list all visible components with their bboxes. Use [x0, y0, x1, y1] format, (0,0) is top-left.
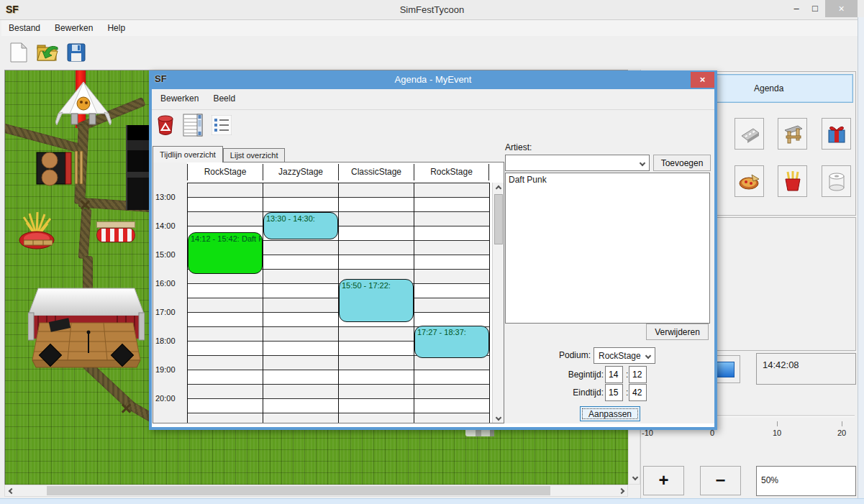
zoom-in-button[interactable]: +: [643, 466, 684, 495]
artist-combobox[interactable]: [505, 155, 650, 171]
new-file-icon: [9, 42, 28, 63]
artist-list-item[interactable]: Daft Punk: [506, 173, 709, 186]
time-label: 14:00: [155, 221, 176, 230]
slider-label: 20: [831, 429, 852, 437]
chevron-down-icon: [640, 160, 645, 166]
item-button-fries[interactable]: [778, 165, 807, 197]
column-header: RockStage: [414, 164, 489, 180]
scroll-down-icon[interactable]: [493, 412, 504, 423]
fries-icon: [783, 170, 802, 192]
menu-item-bewerken[interactable]: Bewerken: [47, 21, 100, 35]
grid-scrollbar[interactable]: [492, 183, 504, 423]
item-button-road[interactable]: [735, 118, 764, 150]
chevron-down-icon: [645, 353, 651, 359]
time-label: 20:00: [155, 394, 176, 403]
apply-button[interactable]: Aanpassen: [580, 406, 640, 421]
item-button-gift[interactable]: [822, 118, 851, 150]
scroll-right-icon[interactable]: [615, 485, 627, 496]
maximize-button[interactable]: □: [807, 3, 823, 14]
scroll-thumb[interactable]: [494, 194, 503, 244]
tent-icon[interactable]: [55, 81, 112, 127]
delete-event-button[interactable]: [154, 114, 177, 137]
main-stage-icon[interactable]: [28, 287, 145, 369]
add-artist-button[interactable]: Toevoegen: [653, 155, 711, 171]
scroll-down-icon[interactable]: [629, 472, 641, 482]
grid-header-row: RockStageJazzyStageClassicStageRockStage: [187, 164, 489, 180]
begin-minute-input[interactable]: [629, 366, 647, 383]
window-bottom-edge: [0, 498, 864, 504]
time-label: 18:00: [155, 336, 176, 345]
time-label: 15:00: [155, 250, 176, 259]
podium-label: Podium:: [529, 350, 591, 360]
toilet-paper-icon: [827, 170, 847, 192]
end-hour-input[interactable]: [605, 384, 623, 401]
slider-label: 10: [766, 429, 788, 437]
time-colon: :: [626, 388, 628, 398]
slider-tick: [842, 421, 842, 426]
bench-icon[interactable]: [75, 151, 83, 184]
scroll-left-icon[interactable]: [5, 485, 17, 496]
dialog-close-button[interactable]: ×: [691, 72, 714, 88]
podium-select[interactable]: RockStage: [594, 347, 655, 364]
dialog-titlebar[interactable]: SF Agenda - MyEvent ×: [149, 70, 717, 89]
path-junction-mark: [120, 403, 132, 414]
dirt-path: [78, 209, 92, 260]
zoom-out-button[interactable]: −: [700, 466, 741, 495]
time-label: 13:00: [155, 193, 176, 201]
list-view-button[interactable]: [210, 114, 233, 137]
view-tabs: Tijdlijn overzichtLijst overzicht: [153, 146, 285, 162]
zoom-level-field[interactable]: 50%: [756, 466, 856, 496]
close-button[interactable]: ×: [825, 0, 858, 17]
speaker-tower-icon[interactable]: [126, 125, 150, 210]
map-horizontal-scrollbar[interactable]: [4, 485, 628, 497]
stall-canopy: [96, 221, 135, 228]
minimize-button[interactable]: –: [788, 3, 804, 14]
open-file-icon: [36, 42, 59, 63]
bench-icon[interactable]: [24, 239, 53, 246]
tab-lijst-overzicht[interactable]: Lijst overzicht: [223, 148, 286, 162]
begin-hour-input[interactable]: [605, 366, 623, 383]
menu-item-help[interactable]: Help: [100, 21, 132, 35]
scrollbar-corner: [628, 485, 640, 497]
burger-stand-icon[interactable]: [35, 150, 76, 187]
path-junction-mark: [79, 199, 91, 211]
schedule-event[interactable]: 15:50 - 17:22:: [339, 279, 414, 321]
tab-tijdlijn-overzicht[interactable]: Tijdlijn overzicht: [153, 146, 223, 162]
time-gutter: 13:0014:0015:0016:0017:0018:0019:0020:00: [153, 162, 187, 423]
blue-square-icon: [716, 362, 735, 377]
stall-body: [96, 228, 135, 242]
scroll-thumb[interactable]: [47, 486, 550, 495]
schedule-event[interactable]: 17:27 - 18:37:: [414, 326, 489, 358]
artist-list[interactable]: Daft Punk: [505, 173, 710, 324]
time-label: 19:00: [155, 365, 176, 374]
new-file-button[interactable]: [6, 40, 32, 65]
main-titlebar[interactable]: SF SimFestTycoon – □ ×: [0, 0, 864, 20]
dialog-menu-item-beeld[interactable]: Beeld: [206, 91, 242, 106]
dialog-menu-item-bewerken[interactable]: Bewerken: [153, 91, 206, 106]
window-title: SimFestTycoon: [0, 4, 864, 15]
end-minute-input[interactable]: [629, 384, 647, 401]
save-icon: [66, 42, 86, 63]
market-stall-icon[interactable]: [96, 220, 135, 244]
main-menubar: BestandBewerkenHelp: [1, 20, 864, 36]
stage-frame-icon: [782, 123, 804, 145]
column-line: [187, 183, 188, 423]
scroll-up-icon[interactable]: [493, 183, 504, 193]
remove-button[interactable]: Verwijderen: [646, 324, 709, 340]
trash-icon: [157, 114, 174, 136]
open-file-button[interactable]: [35, 40, 60, 65]
dialog-body: BewerkenBeeld: [149, 89, 717, 430]
end-time-label: Eindtijd:: [540, 388, 604, 398]
main-toolbar: [0, 36, 864, 69]
schedule-event[interactable]: 13:30 - 14:30:: [263, 212, 338, 239]
menu-item-bestand[interactable]: Bestand: [1, 21, 47, 35]
save-button[interactable]: [63, 40, 89, 65]
schedule-grid[interactable]: 14:12 - 15:42: Daft Punk13:30 - 14:30:15…: [187, 183, 490, 423]
timeline-view-button[interactable]: [181, 114, 204, 137]
schedule-event[interactable]: 14:12 - 15:42: Daft Punk: [188, 232, 263, 274]
item-button-pizza[interactable]: [735, 165, 764, 197]
time-colon: :: [626, 370, 628, 380]
time-label: 16:00: [155, 279, 176, 288]
item-button-stage-kit[interactable]: [778, 118, 807, 150]
item-button-toilet-paper[interactable]: [822, 165, 851, 197]
